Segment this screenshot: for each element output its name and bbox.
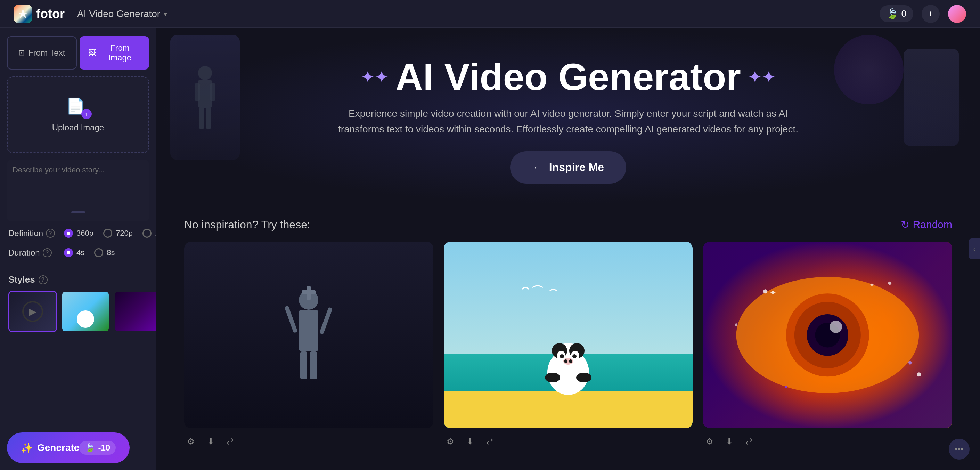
- card-2-settings-btn[interactable]: ⚙: [444, 434, 457, 449]
- card-eye-preview: ✦ ✦ ✦: [703, 242, 952, 429]
- definition-1080p-option[interactable]: 1080p: [143, 229, 156, 238]
- definition-360p-radio[interactable]: [64, 229, 73, 238]
- card-3-download-btn[interactable]: ⬇: [723, 434, 736, 449]
- app-title-label: AI Video Generator: [77, 8, 160, 19]
- generate-leaf-icon: 🍃: [85, 443, 95, 452]
- main-content: ✦✦ AI Video Generator ✦✦ Experience simp…: [156, 28, 980, 470]
- upload-badge: ↑: [81, 109, 92, 119]
- card-2-actions: ⚙ ⬇ ⇄: [444, 428, 693, 449]
- card-3-share-btn[interactable]: ⇄: [743, 434, 755, 449]
- style-card-3[interactable]: [114, 291, 156, 332]
- styles-label: Styles: [8, 274, 35, 285]
- credits-count: 0: [902, 8, 906, 19]
- inspire-me-button[interactable]: ← Inspire Me: [510, 151, 626, 183]
- drag-handle-bar: [71, 211, 85, 213]
- card-1-download-btn[interactable]: ⬇: [204, 434, 217, 449]
- generate-label: Generate: [37, 442, 79, 453]
- svg-point-25: [569, 360, 572, 363]
- svg-rect-6: [206, 108, 211, 129]
- main-layout: ⊡ From Text 🖼 From Image 📄 ↑ Upload Imag…: [0, 28, 980, 470]
- style-card-1-icon: ▶: [22, 301, 43, 322]
- prompt-textarea[interactable]: [13, 166, 143, 207]
- add-credits-button[interactable]: +: [922, 5, 940, 23]
- svg-text:✦: ✦: [769, 288, 776, 297]
- duration-radio-group: 4s 8s: [64, 248, 115, 257]
- duration-4s-radio[interactable]: [64, 248, 73, 257]
- inspire-label: Inspire Me: [549, 161, 604, 174]
- header-left: fotor AI Video Generator ▾: [14, 5, 173, 23]
- image-upload-area[interactable]: 📄 ↑ Upload Image: [7, 76, 149, 153]
- svg-point-39: [785, 386, 788, 388]
- hero-section: ✦✦ AI Video Generator ✦✦ Experience simp…: [156, 28, 980, 204]
- random-label: Random: [913, 219, 952, 231]
- svg-point-22: [572, 354, 576, 358]
- wand-icon: ✨: [21, 442, 33, 454]
- svg-rect-12: [310, 352, 317, 379]
- examples-title: No inspiration? Try these:: [184, 218, 310, 231]
- card-panda-preview: [444, 242, 693, 429]
- credits-badge[interactable]: 🍃 0: [880, 5, 913, 22]
- styles-header: Styles ?: [0, 274, 156, 291]
- card-1-actions: ⚙ ⬇ ⇄: [184, 428, 433, 449]
- definition-radio-group: 360p 720p 1080p: [64, 229, 156, 238]
- definition-720p-option[interactable]: 720p: [103, 229, 133, 238]
- definition-label-group: Definition ?: [8, 228, 64, 238]
- video-card-2[interactable]: ⚙ ⬇ ⇄: [444, 242, 693, 449]
- definition-label: Definition: [8, 228, 43, 238]
- duration-8s-radio[interactable]: [94, 248, 103, 257]
- svg-rect-8: [299, 310, 318, 352]
- svg-rect-11: [300, 352, 307, 379]
- hero-title-row: ✦✦ AI Video Generator ✦✦: [191, 56, 945, 98]
- upload-icon-wrap: 📄 ↑: [66, 97, 91, 118]
- definition-360p-option[interactable]: 360p: [64, 229, 94, 238]
- tab-from-text[interactable]: ⊡ From Text: [7, 36, 77, 70]
- svg-point-26: [545, 373, 560, 382]
- svg-marker-0: [18, 9, 28, 18]
- logo[interactable]: fotor: [14, 5, 65, 23]
- svg-point-24: [564, 360, 568, 363]
- app-title-dropdown[interactable]: AI Video Generator ▾: [72, 6, 173, 22]
- duration-label: Duration: [8, 248, 40, 258]
- sidebar: ⊡ From Text 🖼 From Image 📄 ↑ Upload Imag…: [0, 28, 156, 470]
- svg-rect-10: [319, 307, 333, 335]
- card-1-settings-btn[interactable]: ⚙: [184, 434, 197, 449]
- style-card-1[interactable]: ▶: [8, 291, 57, 332]
- svg-point-21: [560, 354, 564, 358]
- card-2-download-btn[interactable]: ⬇: [464, 434, 476, 449]
- collapse-sidebar-button[interactable]: ‹: [969, 239, 980, 259]
- inspire-arrow-icon: ←: [532, 161, 544, 174]
- definition-help-icon[interactable]: ?: [46, 229, 55, 238]
- logo-icon: [14, 5, 32, 23]
- prompt-container: [7, 160, 149, 221]
- style-card-2[interactable]: [61, 291, 110, 332]
- card-1-share-btn[interactable]: ⇄: [224, 434, 236, 449]
- generate-button[interactable]: ✨ Generate 🍃 -10: [7, 432, 130, 463]
- generate-credits-badge: 🍃 -10: [79, 441, 116, 455]
- card-3-settings-btn[interactable]: ⚙: [703, 434, 716, 449]
- hero-title: AI Video Generator: [396, 56, 741, 98]
- duration-help-icon[interactable]: ?: [43, 248, 52, 257]
- avatar[interactable]: [948, 5, 966, 23]
- video-card-1[interactable]: ⚙ ⬇ ⇄: [184, 242, 433, 449]
- duration-4s-option[interactable]: 4s: [64, 248, 84, 257]
- examples-header: No inspiration? Try these: ↻ Random: [184, 218, 952, 231]
- svg-text:✦: ✦: [869, 281, 875, 288]
- svg-point-37: [735, 323, 737, 326]
- random-button[interactable]: ↻ Random: [901, 219, 952, 231]
- svg-point-27: [576, 373, 592, 382]
- definition-720p-radio[interactable]: [103, 229, 112, 238]
- card-2-share-btn[interactable]: ⇄: [484, 434, 496, 449]
- leaf-icon: 🍃: [886, 8, 899, 19]
- duration-8s-option[interactable]: 8s: [94, 248, 115, 257]
- card-3-actions: ⚙ ⬇ ⇄: [703, 428, 952, 449]
- more-options-button[interactable]: •••: [949, 439, 970, 460]
- sparkle-right-icon: ✦✦: [748, 67, 776, 86]
- styles-help-icon[interactable]: ?: [38, 275, 48, 284]
- video-card-3[interactable]: ✦ ✦ ✦ ⚙ ⬇ ⇄: [703, 242, 952, 449]
- settings-section: Definition ? 360p 720p: [0, 221, 156, 274]
- svg-rect-5: [199, 108, 204, 129]
- tab-from-image[interactable]: 🖼 From Image: [80, 36, 150, 70]
- drag-handle[interactable]: [13, 209, 143, 216]
- definition-1080p-radio[interactable]: [143, 229, 151, 238]
- text-icon: ⊡: [18, 48, 25, 57]
